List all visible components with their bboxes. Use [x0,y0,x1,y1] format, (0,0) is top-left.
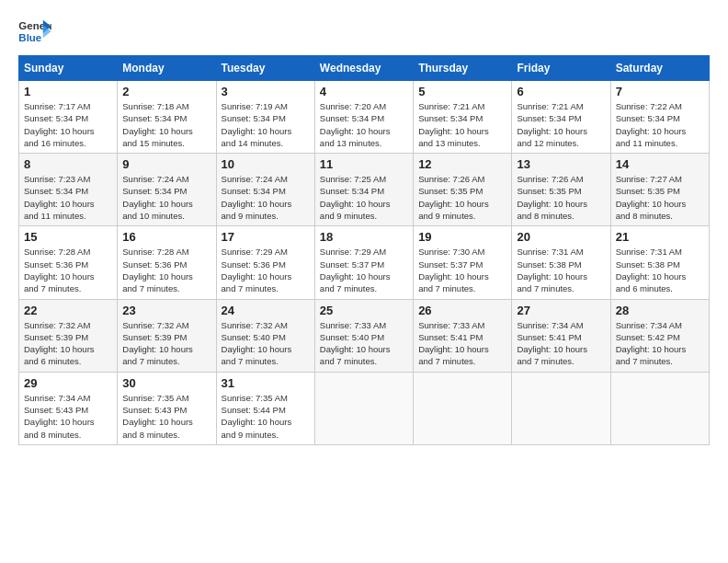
calendar-cell: 7 Sunrise: 7:22 AM Sunset: 5:34 PM Dayli… [610,81,709,154]
day-info: Sunrise: 7:17 AM Sunset: 5:34 PM Dayligh… [24,100,112,149]
day-number: 8 [24,157,112,171]
calendar-cell: 5 Sunrise: 7:21 AM Sunset: 5:34 PM Dayli… [414,81,512,154]
day-info: Sunrise: 7:19 AM Sunset: 5:34 PM Dayligh… [222,100,310,149]
day-info: Sunrise: 7:31 AM Sunset: 5:38 PM Dayligh… [517,246,605,294]
day-info: Sunrise: 7:26 AM Sunset: 5:35 PM Dayligh… [517,173,605,222]
day-info: Sunrise: 7:18 AM Sunset: 5:34 PM Dayligh… [122,100,210,149]
weekday-header-friday: Friday [512,56,610,81]
day-number: 21 [616,230,704,244]
day-info: Sunrise: 7:35 AM Sunset: 5:43 PM Dayligh… [122,392,210,441]
calendar-cell: 1 Sunrise: 7:17 AM Sunset: 5:34 PM Dayli… [19,81,118,154]
day-number: 7 [616,85,704,98]
day-number: 2 [122,85,210,98]
calendar-cell: 30 Sunrise: 7:35 AM Sunset: 5:43 PM Dayl… [118,372,216,444]
day-number: 24 [222,304,310,317]
day-info: Sunrise: 7:29 AM Sunset: 5:37 PM Dayligh… [320,246,408,294]
day-number: 15 [24,230,112,244]
calendar-cell [314,372,413,444]
day-number: 10 [222,157,310,171]
calendar-cell: 10 Sunrise: 7:24 AM Sunset: 5:34 PM Dayl… [216,154,314,226]
day-number: 18 [320,230,408,244]
calendar-cell: 23 Sunrise: 7:32 AM Sunset: 5:39 PM Dayl… [118,299,216,372]
calendar-cell: 13 Sunrise: 7:26 AM Sunset: 5:35 PM Dayl… [512,154,610,226]
day-number: 16 [122,230,210,244]
day-number: 6 [517,85,605,98]
calendar-cell: 3 Sunrise: 7:19 AM Sunset: 5:34 PM Dayli… [216,81,314,154]
day-info: Sunrise: 7:21 AM Sunset: 5:34 PM Dayligh… [517,100,605,149]
day-info: Sunrise: 7:23 AM Sunset: 5:34 PM Dayligh… [24,173,112,222]
day-info: Sunrise: 7:28 AM Sunset: 5:36 PM Dayligh… [24,246,112,294]
logo: General Blue [18,18,51,46]
calendar-week-2: 8 Sunrise: 7:23 AM Sunset: 5:34 PM Dayli… [19,154,710,226]
day-info: Sunrise: 7:24 AM Sunset: 5:34 PM Dayligh… [222,173,310,222]
day-info: Sunrise: 7:33 AM Sunset: 5:40 PM Dayligh… [320,319,408,368]
day-info: Sunrise: 7:32 AM Sunset: 5:39 PM Dayligh… [122,319,210,368]
day-info: Sunrise: 7:28 AM Sunset: 5:36 PM Dayligh… [122,246,210,294]
calendar-cell: 28 Sunrise: 7:34 AM Sunset: 5:42 PM Dayl… [610,299,709,372]
weekday-header-saturday: Saturday [610,56,709,81]
svg-text:Blue: Blue [18,32,41,43]
day-number: 11 [320,157,408,171]
calendar-cell: 15 Sunrise: 7:28 AM Sunset: 5:36 PM Dayl… [19,226,118,299]
calendar-cell: 14 Sunrise: 7:27 AM Sunset: 5:35 PM Dayl… [610,154,709,226]
day-info: Sunrise: 7:32 AM Sunset: 5:39 PM Dayligh… [24,319,112,368]
day-number: 25 [320,304,408,317]
day-number: 26 [418,304,506,317]
calendar-cell: 16 Sunrise: 7:28 AM Sunset: 5:36 PM Dayl… [118,226,216,299]
calendar-cell: 8 Sunrise: 7:23 AM Sunset: 5:34 PM Dayli… [19,154,118,226]
calendar-week-4: 22 Sunrise: 7:32 AM Sunset: 5:39 PM Dayl… [19,299,710,372]
day-number: 31 [222,376,310,390]
day-info: Sunrise: 7:34 AM Sunset: 5:42 PM Dayligh… [616,319,704,368]
day-info: Sunrise: 7:29 AM Sunset: 5:36 PM Dayligh… [222,246,310,294]
day-number: 19 [418,230,506,244]
day-number: 17 [222,230,310,244]
day-number: 13 [517,157,605,171]
calendar-week-5: 29 Sunrise: 7:34 AM Sunset: 5:43 PM Dayl… [19,372,710,444]
calendar-cell: 4 Sunrise: 7:20 AM Sunset: 5:34 PM Dayli… [314,81,413,154]
weekday-header-thursday: Thursday [414,56,512,81]
calendar-cell: 11 Sunrise: 7:25 AM Sunset: 5:34 PM Dayl… [314,154,413,226]
calendar-cell [610,372,709,444]
day-number: 14 [616,157,704,171]
day-number: 22 [24,304,112,317]
day-info: Sunrise: 7:26 AM Sunset: 5:35 PM Dayligh… [418,173,506,222]
calendar-cell: 9 Sunrise: 7:24 AM Sunset: 5:34 PM Dayli… [118,154,216,226]
calendar-cell: 2 Sunrise: 7:18 AM Sunset: 5:34 PM Dayli… [118,81,216,154]
weekday-header-wednesday: Wednesday [314,56,413,81]
day-info: Sunrise: 7:31 AM Sunset: 5:38 PM Dayligh… [616,246,704,294]
day-number: 3 [222,85,310,98]
calendar-cell [414,372,512,444]
weekday-header-sunday: Sunday [19,56,118,81]
day-info: Sunrise: 7:25 AM Sunset: 5:34 PM Dayligh… [320,173,408,222]
weekday-header-monday: Monday [118,56,216,81]
day-number: 12 [418,157,506,171]
logo-icon: General Blue [18,18,51,46]
day-info: Sunrise: 7:27 AM Sunset: 5:35 PM Dayligh… [616,173,704,222]
calendar-cell: 22 Sunrise: 7:32 AM Sunset: 5:39 PM Dayl… [19,299,118,372]
day-number: 30 [122,376,210,390]
day-info: Sunrise: 7:35 AM Sunset: 5:44 PM Dayligh… [222,392,310,441]
calendar-cell: 6 Sunrise: 7:21 AM Sunset: 5:34 PM Dayli… [512,81,610,154]
day-info: Sunrise: 7:30 AM Sunset: 5:37 PM Dayligh… [418,246,506,294]
calendar-cell: 27 Sunrise: 7:34 AM Sunset: 5:41 PM Dayl… [512,299,610,372]
calendar-cell: 24 Sunrise: 7:32 AM Sunset: 5:40 PM Dayl… [216,299,314,372]
day-number: 1 [24,85,112,98]
calendar-cell: 12 Sunrise: 7:26 AM Sunset: 5:35 PM Dayl… [414,154,512,226]
weekday-header-tuesday: Tuesday [216,56,314,81]
day-number: 23 [122,304,210,317]
day-info: Sunrise: 7:20 AM Sunset: 5:34 PM Dayligh… [320,100,408,149]
calendar-cell: 21 Sunrise: 7:31 AM Sunset: 5:38 PM Dayl… [610,226,709,299]
day-number: 29 [24,376,112,390]
calendar-cell: 25 Sunrise: 7:33 AM Sunset: 5:40 PM Dayl… [314,299,413,372]
calendar-table: SundayMondayTuesdayWednesdayThursdayFrid… [18,55,710,445]
page-header: General Blue [18,18,710,46]
calendar-cell: 17 Sunrise: 7:29 AM Sunset: 5:36 PM Dayl… [216,226,314,299]
day-info: Sunrise: 7:34 AM Sunset: 5:41 PM Dayligh… [517,319,605,368]
day-number: 5 [418,85,506,98]
day-info: Sunrise: 7:33 AM Sunset: 5:41 PM Dayligh… [418,319,506,368]
day-number: 4 [320,85,408,98]
calendar-week-1: 1 Sunrise: 7:17 AM Sunset: 5:34 PM Dayli… [19,81,710,154]
day-info: Sunrise: 7:22 AM Sunset: 5:34 PM Dayligh… [616,100,704,149]
calendar-cell: 18 Sunrise: 7:29 AM Sunset: 5:37 PM Dayl… [314,226,413,299]
calendar-cell: 20 Sunrise: 7:31 AM Sunset: 5:38 PM Dayl… [512,226,610,299]
